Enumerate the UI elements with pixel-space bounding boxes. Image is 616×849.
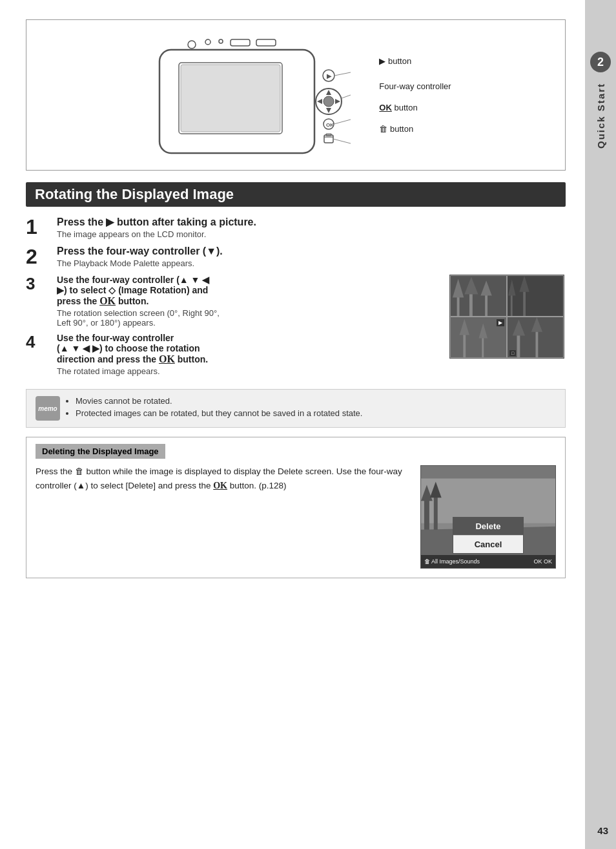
- svg-rect-18: [324, 135, 333, 143]
- memo-box: memo Movies cannot be rotated. Protected…: [26, 389, 566, 428]
- svg-line-23: [334, 120, 351, 124]
- step-3-desc: The rotation selection screen (0°, Right…: [57, 308, 440, 328]
- svg-rect-45: [535, 330, 538, 357]
- svg-point-11: [323, 96, 334, 107]
- svg-marker-13: [326, 108, 331, 113]
- step-3: 3 Use the four-way controller (▲ ▼ ◀▶) t…: [26, 275, 440, 328]
- step-4-desc: The rotated image appears.: [57, 366, 440, 376]
- trash-button-label-row: 🗑 button: [379, 124, 451, 134]
- svg-rect-43: [517, 333, 520, 357]
- page-number: 43: [597, 825, 608, 836]
- delete-bottom-right: OK OK: [533, 558, 552, 565]
- step-4-number: 4: [26, 333, 52, 351]
- svg-point-5: [219, 39, 223, 43]
- step-2-content: Press the four-way controller (▼). The P…: [57, 246, 566, 268]
- section-title: Rotating the Displayed Image: [26, 182, 566, 207]
- camera-diagram: ▶ OK: [140, 30, 451, 160]
- svg-text:OK: OK: [326, 122, 334, 128]
- camera-diagram-box: ▶ OK: [26, 19, 566, 171]
- svg-rect-51: [424, 498, 429, 530]
- svg-point-4: [205, 39, 210, 45]
- svg-rect-30: [485, 293, 488, 316]
- grid-cell-2-img: [508, 276, 563, 316]
- step-3-number: 3: [26, 275, 52, 293]
- svg-rect-53: [434, 495, 438, 530]
- four-way-label-row: Four-way controller: [379, 81, 451, 91]
- step-4-content: Use the four-way controller(▲ ▼ ◀ ▶) to …: [57, 333, 440, 376]
- svg-rect-26: [457, 295, 460, 316]
- svg-marker-12: [326, 90, 331, 95]
- four-way-label: Four-way controller: [379, 81, 451, 91]
- delete-instructions: Press the 🗑 button while the image is di…: [36, 465, 407, 493]
- delete-screenshot-container: 🗑 □100-0017: [420, 465, 556, 569]
- thumbnail-grid: ▶ □: [450, 275, 564, 358]
- grid-cell-4-icon: □: [509, 350, 516, 356]
- delete-menu-item-cancel: Cancel: [453, 536, 523, 553]
- step-4-heading: Use the four-way controller(▲ ▼ ◀ ▶) to …: [57, 333, 440, 365]
- chapter-number: 2: [590, 52, 611, 72]
- trash-button-label: 🗑 button: [379, 124, 413, 134]
- svg-rect-7: [256, 39, 276, 46]
- grid-cell-3: ▶: [450, 317, 507, 358]
- svg-rect-35: [523, 289, 526, 316]
- svg-line-22: [342, 95, 351, 98]
- svg-rect-33: [511, 293, 513, 316]
- grid-cell-1: [450, 275, 507, 317]
- delete-section-title: Deleting the Displayed Image: [36, 444, 165, 459]
- step-3-heading: Use the four-way controller (▲ ▼ ◀▶) to …: [57, 275, 440, 307]
- svg-rect-2: [181, 65, 280, 132]
- delete-section: Deleting the Displayed Image Press the 🗑…: [26, 437, 566, 578]
- svg-rect-40: [482, 336, 484, 357]
- grid-cell-4: □: [507, 317, 564, 358]
- memo-text: Movies cannot be rotated. Protected imag…: [67, 396, 362, 421]
- camera-labels: ▶ button Four-way controller OK button 🗑…: [379, 56, 451, 134]
- step-2-number: 2: [26, 246, 52, 268]
- svg-rect-6: [231, 39, 250, 46]
- chapter-label: Quick Start: [595, 83, 606, 149]
- svg-marker-14: [317, 99, 322, 104]
- grid-cell-3-icon: ▶: [497, 319, 504, 326]
- step-1-desc: The image appears on the LCD monitor.: [57, 229, 566, 239]
- svg-text:▶: ▶: [327, 72, 332, 79]
- delete-content: Press the 🗑 button while the image is di…: [36, 465, 556, 569]
- grid-cell-1-img: [451, 276, 506, 316]
- camera-svg: ▶ OK: [140, 30, 360, 160]
- step-2-heading: Press the four-way controller (▼).: [57, 246, 566, 257]
- delete-bottom-left: 🗑 All Images/Sounds: [424, 558, 480, 565]
- svg-rect-38: [463, 333, 466, 357]
- ok-button-label-row: OK button: [379, 103, 451, 112]
- step-1-content: Press the ▶ button after taking a pictur…: [57, 216, 566, 239]
- step-3-thumbnail: ▶ □ MENU Canc: [449, 275, 566, 359]
- step-3-content: Use the four-way controller (▲ ▼ ◀▶) to …: [57, 275, 440, 328]
- step-1-heading: Press the ▶ button after taking a pictur…: [57, 216, 566, 228]
- rotation-thumbnail: ▶ □ MENU Canc: [449, 275, 564, 359]
- ok-button-label: OK button: [379, 103, 417, 112]
- memo-item-1: Movies cannot be rotated.: [76, 396, 362, 406]
- svg-rect-32: [508, 276, 563, 316]
- main-content: ▶ OK: [0, 0, 585, 849]
- svg-point-3: [188, 41, 196, 48]
- step-1: 1 Press the ▶ button after taking a pict…: [26, 216, 566, 239]
- step-4: 4 Use the four-way controller(▲ ▼ ◀ ▶) t…: [26, 333, 440, 376]
- play-button-label: ▶ button: [379, 56, 411, 66]
- step-3-4-container: 3 Use the four-way controller (▲ ▼ ◀▶) t…: [26, 275, 566, 383]
- steps-3-4-left: 3 Use the four-way controller (▲ ▼ ◀▶) t…: [26, 275, 440, 383]
- memo-icon: memo: [36, 396, 60, 421]
- memo-item-2: Protected images can be rotated, but the…: [76, 408, 362, 418]
- step-2-desc: The Playback Mode Palette appears.: [57, 258, 566, 268]
- svg-line-21: [334, 72, 351, 76]
- delete-bottom-bar: 🗑 All Images/Sounds OK OK: [421, 555, 555, 568]
- delete-screenshot: 🗑 □100-0017: [420, 465, 556, 569]
- thumbnail-bar: MENU Cancel OK OK: [450, 358, 564, 359]
- svg-marker-15: [335, 99, 340, 104]
- side-tab: 2 Quick Start 43: [585, 0, 616, 849]
- delete-menu-item-delete: Delete: [453, 518, 523, 536]
- svg-rect-28: [469, 291, 473, 316]
- grid-cell-2: [507, 275, 564, 317]
- delete-menu: Delete Cancel: [453, 517, 524, 554]
- camera-illustration: ▶ OK: [140, 30, 360, 160]
- svg-line-24: [333, 139, 351, 143]
- step-2: 2 Press the four-way controller (▼). The…: [26, 246, 566, 268]
- play-button-label-row: ▶ button: [379, 56, 451, 66]
- step-1-number: 1: [26, 216, 52, 238]
